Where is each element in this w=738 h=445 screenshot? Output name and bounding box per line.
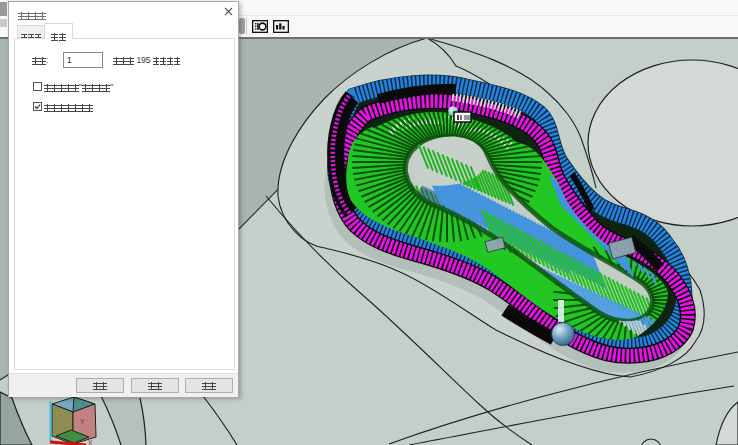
svg-text:Y: Y bbox=[80, 418, 85, 425]
svg-text:X: X bbox=[88, 439, 93, 445]
